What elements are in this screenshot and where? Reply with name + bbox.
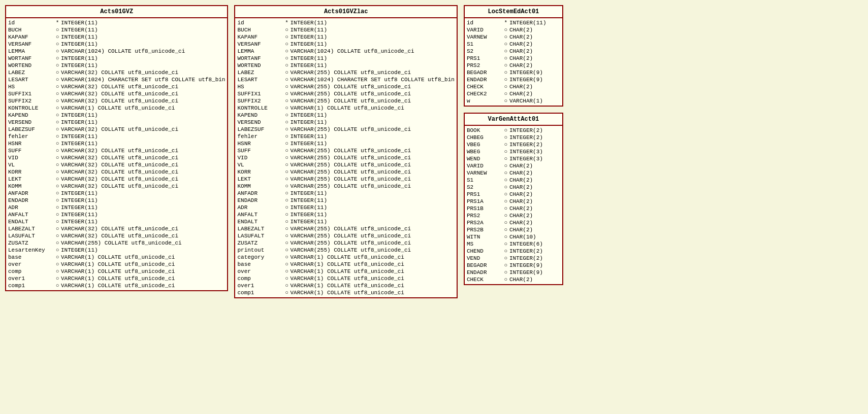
field-key: ○ bbox=[54, 41, 61, 47]
table-row: LEKT○ VARCHAR(255) COLLATE utf8_unicode_… bbox=[237, 176, 454, 183]
field-key: ○ bbox=[502, 134, 509, 141]
field-type: VARCHAR(32) COLLATE utf8_unicode_ci bbox=[61, 155, 178, 161]
table-row: KAPEND○ INTEGER(11) bbox=[237, 112, 454, 119]
field-type: VARCHAR(255) COLLATE utf8_unicode_ci bbox=[290, 155, 411, 161]
field-type: INTEGER(9) bbox=[509, 262, 560, 268]
table-row: PRS2A○ CHAR(2) bbox=[467, 219, 560, 226]
field-name: ENDALT bbox=[8, 219, 54, 225]
table-row: ZUSATZ○ VARCHAR(255) COLLATE utf8_unicod… bbox=[8, 239, 225, 247]
field-type: INTEGER(11) bbox=[61, 204, 98, 211]
field-key: ○ bbox=[283, 204, 290, 211]
field-key: ○ bbox=[502, 198, 509, 204]
field-key: ○ bbox=[54, 176, 61, 182]
field-key: ○ bbox=[54, 112, 61, 118]
table-row: KOMM○ VARCHAR(32) COLLATE utf8_unicode_c… bbox=[8, 183, 225, 190]
table-row: PRS2○ CHAR(2) bbox=[467, 62, 560, 69]
table-row: ANFADR○ INTEGER(11) bbox=[8, 190, 225, 197]
table-row: ENDALT○ INTEGER(11) bbox=[8, 218, 225, 225]
table-row: ENDALT○ INTEGER(11) bbox=[237, 218, 454, 225]
field-key: ○ bbox=[502, 156, 509, 162]
table-row: BEGADR○ INTEGER(9) bbox=[467, 262, 560, 269]
field-type: VARCHAR(32) COLLATE utf8_unicode_ci bbox=[61, 84, 178, 90]
field-type: CHAR(2) bbox=[509, 91, 560, 97]
table-row: VEND○ INTEGER(2) bbox=[467, 255, 560, 262]
field-key: ○ bbox=[502, 227, 509, 233]
field-type: CHAR(2) bbox=[509, 48, 560, 54]
field-key: ○ bbox=[283, 105, 290, 111]
table-row: WORTANF○ INTEGER(11) bbox=[8, 55, 225, 62]
field-name: S1 bbox=[467, 177, 502, 183]
field-key: ○ bbox=[283, 212, 290, 218]
field-type: INTEGER(11) bbox=[61, 20, 98, 26]
field-key: ○ bbox=[54, 55, 61, 61]
field-name: VERSEND bbox=[8, 119, 54, 125]
field-type: INTEGER(11) bbox=[509, 20, 560, 26]
field-type: INTEGER(11) bbox=[290, 133, 327, 140]
field-name: BOOK bbox=[467, 127, 502, 133]
field-key: ○ bbox=[283, 77, 290, 83]
field-key: ○ bbox=[283, 84, 290, 90]
field-type: INTEGER(11) bbox=[290, 55, 327, 61]
field-name: LEKT bbox=[237, 176, 283, 182]
field-key: ○ bbox=[502, 241, 509, 247]
field-name: VERSANF bbox=[8, 41, 54, 47]
table-acts01gvz-title: Acts01GVZ bbox=[6, 6, 227, 18]
field-type: VARCHAR(1) COLLATE utf8_unicode_ci bbox=[61, 261, 175, 267]
table-acts01gvzlac: Acts01GVZlac id* INTEGER(11)BUCH○ INTEGE… bbox=[234, 5, 457, 298]
field-name: ENDALT bbox=[237, 219, 283, 225]
table-row: comp○ VARCHAR(1) COLLATE utf8_unicode_ci bbox=[237, 275, 454, 282]
field-key: ○ bbox=[54, 77, 61, 83]
field-type: INTEGER(11) bbox=[290, 112, 327, 118]
table-row: LABEZSUF○ VARCHAR(32) COLLATE utf8_unico… bbox=[8, 126, 225, 133]
table-row: WORTEND○ INTEGER(11) bbox=[237, 62, 454, 69]
table-row: over1○ VARCHAR(1) COLLATE utf8_unicode_c… bbox=[8, 275, 225, 282]
table-row: CHECK○ CHAR(2) bbox=[467, 83, 560, 90]
table-row: ENDADR○ INTEGER(9) bbox=[467, 269, 560, 276]
table-row: PRS2B○ CHAR(2) bbox=[467, 226, 560, 233]
table-row: PRS1A○ CHAR(2) bbox=[467, 198, 560, 205]
table-row: comp1○ VARCHAR(1) COLLATE utf8_unicode_c… bbox=[237, 289, 454, 296]
field-key: ○ bbox=[502, 127, 509, 133]
field-type: CHAR(2) bbox=[509, 220, 560, 226]
field-type: VARCHAR(32) COLLATE utf8_unicode_ci bbox=[61, 169, 178, 175]
field-key: ○ bbox=[54, 261, 61, 267]
field-type: VARCHAR(1) COLLATE utf8_unicode_ci bbox=[290, 283, 404, 289]
field-key: ○ bbox=[54, 283, 61, 289]
field-type: VARCHAR(255) COLLATE utf8_unicode_ci bbox=[290, 226, 411, 232]
field-key: ○ bbox=[283, 155, 290, 161]
table-row: BEGADR○ INTEGER(9) bbox=[467, 69, 560, 76]
table-row: over1○ VARCHAR(1) COLLATE utf8_unicode_c… bbox=[237, 282, 454, 289]
field-name: CHECK bbox=[467, 84, 502, 90]
field-type: CHAR(2) bbox=[509, 227, 560, 233]
table-row: LABEZ○ VARCHAR(255) COLLATE utf8_unicode… bbox=[237, 69, 454, 76]
field-name: KOMM bbox=[237, 183, 283, 189]
field-type: INTEGER(2) bbox=[509, 255, 560, 261]
field-type: INTEGER(6) bbox=[509, 241, 560, 247]
field-type: INTEGER(11) bbox=[61, 141, 98, 147]
field-type: INTEGER(11) bbox=[61, 197, 98, 203]
field-name: PRS2A bbox=[467, 220, 502, 226]
field-type: VARCHAR(255) COLLATE utf8_unicode_ci bbox=[290, 240, 411, 246]
field-type: CHAR(2) bbox=[509, 55, 560, 61]
field-type: INTEGER(11) bbox=[61, 27, 98, 33]
field-name: BEGADR bbox=[467, 70, 502, 76]
field-name: PRS2B bbox=[467, 227, 502, 233]
table-row: KOMM○ VARCHAR(255) COLLATE utf8_unicode_… bbox=[237, 183, 454, 190]
field-key: ○ bbox=[502, 269, 509, 275]
field-name: HS bbox=[237, 84, 283, 90]
field-name: SUFFIX2 bbox=[237, 98, 283, 104]
field-name: ENDADR bbox=[467, 269, 502, 275]
field-name: SUFF bbox=[8, 148, 54, 154]
field-name: WORTEND bbox=[237, 62, 283, 68]
table-row: VL○ VARCHAR(255) COLLATE utf8_unicode_ci bbox=[237, 161, 454, 168]
field-name: VERSEND bbox=[237, 119, 283, 125]
table-row: VERSANF○ INTEGER(11) bbox=[8, 41, 225, 48]
table-row: ANFALT○ INTEGER(11) bbox=[8, 211, 225, 218]
field-type: INTEGER(3) bbox=[509, 156, 560, 162]
field-name: KORR bbox=[8, 169, 54, 175]
field-key: ○ bbox=[502, 248, 509, 254]
field-name: comp bbox=[237, 275, 283, 282]
table-row: KORR○ VARCHAR(255) COLLATE utf8_unicode_… bbox=[237, 168, 454, 176]
field-type: INTEGER(11) bbox=[290, 62, 327, 68]
field-key: ○ bbox=[502, 262, 509, 268]
